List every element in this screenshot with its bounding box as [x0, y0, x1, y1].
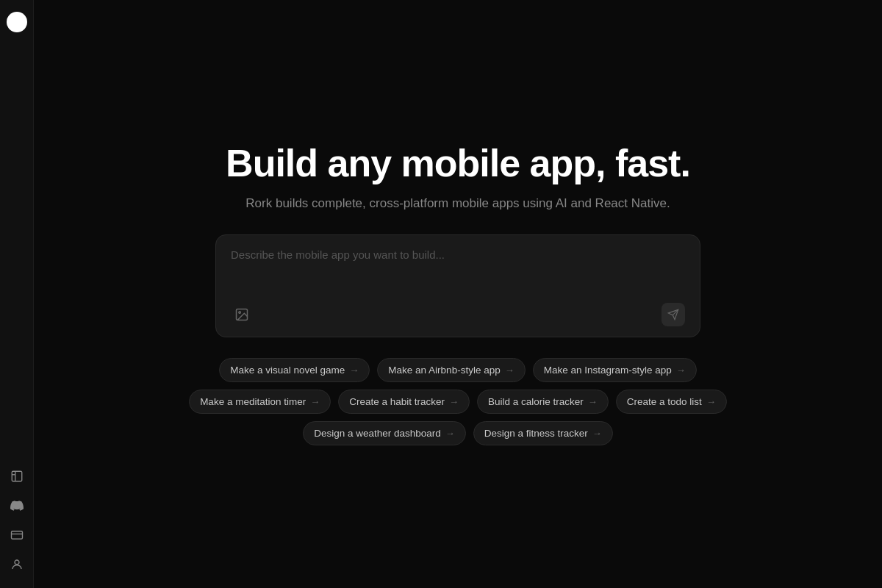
chip-airbnb[interactable]: Make an Airbnb-style app → [377, 358, 525, 382]
app-description-input-container [215, 234, 700, 337]
chip-visual-novel[interactable]: Make a visual novel game → [219, 358, 370, 382]
chip-arrow-icon: → [588, 396, 598, 407]
chip-todo[interactable]: Create a todo list → [616, 390, 727, 414]
layout-icon[interactable] [5, 465, 29, 488]
hero-subtitle: Rork builds complete, cross-platform mob… [245, 196, 670, 211]
chip-arrow-icon: → [676, 365, 686, 376]
chip-arrow-icon: → [445, 428, 455, 439]
chip-weather[interactable]: Design a weather dashboard → [303, 421, 466, 445]
main-content: Build any mobile app, fast. Rork builds … [34, 0, 882, 588]
app-description-input[interactable] [231, 248, 685, 293]
chips-row-3: Design a weather dashboard → Design a fi… [303, 421, 613, 445]
account-icon[interactable] [5, 553, 29, 576]
chip-arrow-icon: → [349, 365, 359, 376]
svg-point-7 [239, 312, 241, 314]
app-logo [7, 12, 27, 32]
chips-row-2: Make a meditation timer → Create a habit… [189, 390, 727, 414]
sidebar [0, 0, 34, 588]
hero-title: Build any mobile app, fast. [226, 143, 690, 184]
chip-meditation[interactable]: Make a meditation timer → [189, 390, 331, 414]
svg-rect-3 [11, 531, 22, 539]
chip-fitness[interactable]: Design a fitness tracker → [473, 421, 613, 445]
chip-arrow-icon: → [592, 428, 602, 439]
chips-row-1: Make a visual novel game → Make an Airbn… [219, 358, 697, 382]
image-upload-button[interactable] [231, 304, 253, 326]
suggestion-chips: Make a visual novel game → Make an Airbn… [189, 358, 727, 445]
input-toolbar [231, 303, 685, 326]
chip-calorie[interactable]: Build a calorie tracker → [477, 390, 609, 414]
chip-arrow-icon: → [310, 396, 320, 407]
chip-arrow-icon: → [706, 396, 716, 407]
svg-point-5 [15, 560, 19, 564]
chip-arrow-icon: → [505, 365, 514, 376]
discord-icon[interactable] [5, 494, 29, 517]
billing-icon[interactable] [5, 523, 29, 547]
send-button[interactable] [662, 303, 685, 326]
chip-instagram[interactable]: Make an Instagram-style app → [533, 358, 697, 382]
chip-habit[interactable]: Create a habit tracker → [338, 390, 470, 414]
svg-rect-0 [12, 471, 22, 481]
chip-arrow-icon: → [449, 396, 459, 407]
